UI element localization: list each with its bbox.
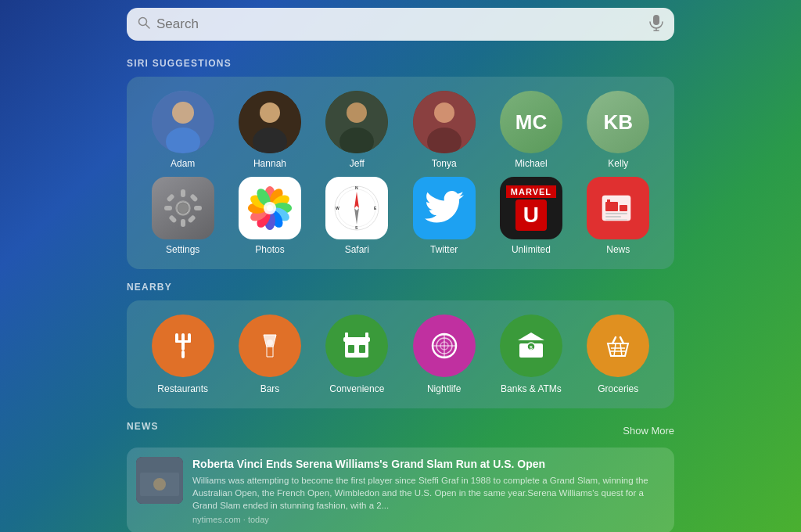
app-news[interactable]: News	[581, 177, 656, 255]
svg-point-26	[178, 203, 189, 214]
app-photos[interactable]: Photos	[232, 177, 307, 255]
contact-jeff[interactable]: Jeff	[320, 91, 394, 169]
svg-rect-2	[653, 15, 659, 25]
nearby-name-groceries: Groceries	[598, 383, 638, 394]
news-content: Roberta Vinci Ends Serena Williams's Gra…	[192, 457, 665, 524]
svg-text:W: W	[336, 206, 339, 210]
app-name-settings: Settings	[166, 244, 199, 255]
svg-line-82	[614, 343, 616, 356]
app-settings[interactable]: Settings	[145, 177, 220, 255]
nearby-name-convenience: Convenience	[329, 383, 384, 394]
app-name-photos: Photos	[255, 244, 284, 255]
siri-suggestions-card: Adam Hannah	[127, 77, 674, 269]
contact-michael[interactable]: MC Michael	[494, 91, 568, 169]
nearby-name-restaurants: Restaurants	[157, 383, 208, 394]
svg-rect-23	[187, 214, 196, 223]
svg-rect-62	[175, 340, 191, 343]
nearby-convenience[interactable]: Convenience	[320, 315, 394, 394]
svg-rect-55	[620, 205, 627, 211]
contact-name-kelly: Kelly	[608, 158, 628, 169]
news-source: nytimes.com · today	[192, 515, 665, 524]
news-title: Roberta Vinci Ends Serena Williams's Gra…	[192, 457, 665, 471]
nearby-groceries[interactable]: Groceries	[581, 315, 656, 394]
contact-name-michael: Michael	[515, 158, 547, 169]
svg-rect-54	[607, 200, 610, 203]
apps-row: Settings	[139, 177, 662, 255]
svg-point-15	[434, 102, 454, 123]
app-name-twitter: Twitter	[430, 244, 458, 255]
svg-rect-58	[605, 219, 627, 221]
svg-line-83	[620, 343, 622, 356]
nearby-restaurants[interactable]: Restaurants	[145, 315, 220, 394]
svg-rect-22	[166, 193, 174, 202]
svg-rect-25	[189, 193, 198, 202]
nearby-nightlife[interactable]: Nightlife	[407, 315, 481, 394]
contact-name-jeff: Jeff	[350, 158, 365, 169]
news-article[interactable]: Roberta Vinci Ends Serena Williams's Gra…	[127, 448, 674, 532]
svg-text:$: $	[530, 345, 533, 351]
svg-point-9	[260, 102, 280, 123]
svg-point-12	[347, 102, 367, 123]
nearby-banks[interactable]: $ Banks & ATMs	[494, 315, 568, 394]
svg-rect-63	[181, 350, 185, 358]
contact-name-hannah: Hannah	[253, 158, 286, 169]
app-name-unlimited: Unlimited	[512, 244, 551, 255]
siri-suggestions-label: SIRI SUGGESTIONS	[127, 58, 674, 69]
news-header: NEWS Show More	[127, 421, 674, 440]
contact-kelly[interactable]: KB Kelly	[581, 91, 656, 169]
nearby-bars[interactable]: Bars	[232, 315, 307, 394]
nearby-label: NEARBY	[127, 282, 674, 293]
contact-name-adam: Adam	[171, 158, 195, 169]
svg-rect-21	[194, 206, 202, 210]
app-unlimited[interactable]: MARVEL U Unlimited	[494, 177, 568, 255]
contact-hannah[interactable]: Hannah	[232, 91, 307, 169]
microphone-icon[interactable]	[649, 14, 663, 34]
svg-rect-56	[605, 213, 627, 214]
search-input[interactable]	[156, 16, 649, 32]
contact-adam[interactable]: Adam	[145, 91, 220, 169]
svg-rect-69	[345, 332, 348, 339]
svg-rect-19	[181, 219, 185, 227]
news-thumbnail	[136, 457, 183, 504]
app-twitter[interactable]: Twitter	[407, 177, 481, 255]
svg-rect-68	[359, 345, 365, 353]
app-safari[interactable]: N S W E Safari	[320, 177, 394, 255]
svg-point-40	[264, 202, 276, 214]
svg-rect-70	[365, 332, 368, 339]
svg-rect-20	[164, 206, 172, 210]
svg-marker-77	[518, 332, 544, 340]
news-excerpt: Williams was attempting to become the fi…	[192, 474, 665, 512]
search-icon	[138, 16, 150, 32]
nearby-card: Restaurants Bars	[127, 300, 674, 408]
svg-rect-24	[168, 214, 177, 223]
app-name-safari: Safari	[345, 244, 369, 255]
svg-rect-53	[605, 202, 618, 211]
search-bar[interactable]	[127, 8, 674, 41]
svg-point-6	[172, 102, 194, 124]
app-name-news: News	[606, 244, 630, 255]
svg-point-64	[267, 340, 273, 346]
contacts-row: Adam Hannah	[139, 91, 662, 169]
news-label: NEWS	[127, 421, 159, 432]
svg-line-1	[146, 25, 150, 29]
nearby-name-nightlife: Nightlife	[427, 383, 461, 394]
svg-rect-67	[348, 345, 354, 353]
svg-rect-18	[181, 189, 185, 197]
contact-name-tonya: Tonya	[432, 158, 457, 169]
svg-rect-57	[605, 216, 621, 217]
nearby-grid: Restaurants Bars	[139, 315, 662, 394]
show-more-button[interactable]: Show More	[623, 425, 674, 437]
svg-text:N: N	[355, 185, 358, 190]
contact-tonya[interactable]: Tonya	[407, 91, 481, 169]
nearby-name-banks: Banks & ATMs	[501, 383, 562, 394]
nearby-name-bars: Bars	[260, 383, 280, 394]
svg-point-87	[153, 478, 166, 491]
